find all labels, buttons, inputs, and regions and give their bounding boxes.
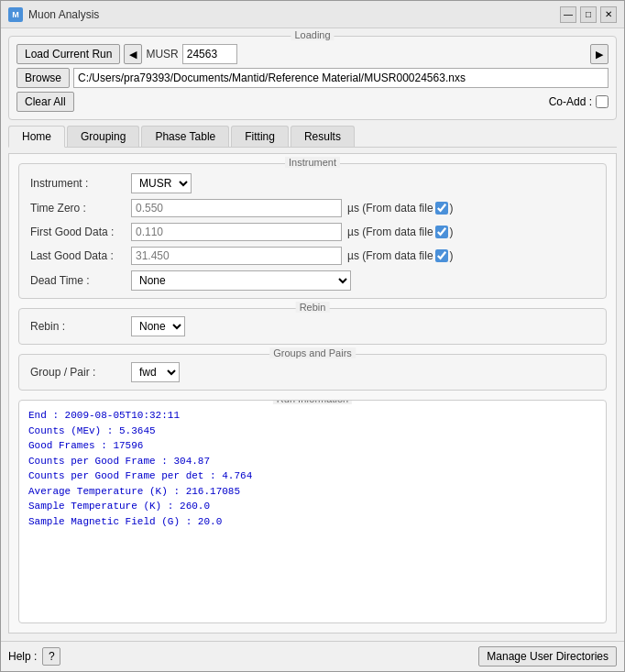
dead-time-row: Dead Time : None [30,270,595,291]
tabs-bar: Home Grouping Phase Table Fitting Result… [8,126,617,148]
instrument-select[interactable]: MUSR EMU HIFI [131,173,192,193]
loading-row2: Browse [16,68,609,88]
time-zero-suffix: µs (From data file ) [347,202,454,215]
instrument-section-label: Instrument [285,157,340,168]
window-controls: — □ ✕ [560,6,617,23]
group-pair-row: Group / Pair : fwd bwd [30,362,595,382]
first-good-row: First Good Data : µs (From data file ) [30,223,595,241]
maximize-button[interactable]: □ [580,6,597,23]
time-zero-row: Time Zero : µs (From data file ) [30,199,595,217]
coadd-checkbox[interactable] [596,95,609,108]
next-run-button[interactable]: ▶ [590,44,609,64]
run-info-section: Run Information End : 2009-08-05T10:32:1… [18,400,607,623]
last-good-checkbox[interactable] [435,249,448,262]
last-good-input[interactable] [131,247,342,265]
rebin-select[interactable]: None [131,316,185,336]
tab-phase-table[interactable]: Phase Table [141,126,229,147]
prev-run-button[interactable]: ◀ [124,44,142,64]
rebin-section-label: Rebin [296,302,330,313]
run-info-line: End : 2009-08-05T10:32:11 [28,408,597,424]
run-info-content[interactable]: End : 2009-08-05T10:32:11Counts (MEv) : … [23,404,602,619]
first-good-checkbox[interactable] [435,226,448,238]
help-section: Help : ? [8,647,60,666]
run-info-line: Sample Temperature (K) : 260.0 [28,499,597,514]
group-pair-select[interactable]: fwd bwd [131,362,180,382]
app-icon: M [8,7,23,22]
main-content-area: Instrument Instrument : MUSR EMU HIFI Ti… [8,153,617,633]
run-info-line: Average Temperature (K) : 216.17085 [28,484,597,500]
time-zero-checkbox[interactable] [435,202,448,215]
clear-all-button[interactable]: Clear All [16,92,74,112]
instrument-row: Instrument : MUSR EMU HIFI [30,173,595,193]
run-info-line: Counts per Good Frame per det : 4.764 [28,468,597,484]
manage-user-dirs-button[interactable]: Manage User Directories [478,646,617,666]
groups-section: Groups and Pairs Group / Pair : fwd bwd [18,354,607,391]
help-label: Help : [8,650,37,663]
first-good-suffix: µs (From data file ) [347,226,454,238]
minimize-button[interactable]: — [560,6,576,23]
help-button[interactable]: ? [42,647,60,666]
run-number-input[interactable] [182,44,237,64]
tab-fitting[interactable]: Fitting [231,126,289,147]
footer: Help : ? Manage User Directories [1,641,624,671]
run-info-line: Good Frames : 17596 [28,438,597,454]
instrument-section: Instrument Instrument : MUSR EMU HIFI Ti… [18,163,607,299]
last-good-label: Last Good Data : [30,249,131,262]
run-info-line: Counts (MEv) : 5.3645 [28,424,597,439]
tab-grouping[interactable]: Grouping [67,126,139,147]
main-window: M Muon Analysis — □ ✕ Loading Load Curre… [0,0,625,672]
time-zero-label: Time Zero : [30,202,131,215]
first-good-label: First Good Data : [30,226,131,238]
content-area: Loading Load Current Run ◀ MUSR ▶ Browse… [1,28,624,641]
run-info-line: Sample Magnetic Field (G) : 20.0 [28,514,597,530]
rebin-row: Rebin : None [30,316,595,336]
first-good-input[interactable] [131,223,342,241]
run-info-section-label: Run Information [273,400,352,404]
last-good-suffix: µs (From data file ) [347,249,454,262]
load-current-run-button[interactable]: Load Current Run [16,44,120,64]
tab-results[interactable]: Results [291,126,355,147]
browse-button[interactable]: Browse [16,68,70,88]
coadd-section: Co-Add : [549,95,609,108]
time-zero-input[interactable] [131,199,342,217]
group-pair-label: Group / Pair : [30,366,131,379]
title-bar: M Muon Analysis — □ ✕ [1,1,624,28]
loading-row3: Clear All Co-Add : [16,92,609,112]
rebin-label: Rebin : [30,320,131,333]
loading-section-label: Loading [291,29,334,40]
last-good-row: Last Good Data : µs (From data file ) [30,247,595,265]
run-info-line: Counts per Good Frame : 304.87 [28,454,597,469]
coadd-label: Co-Add : [549,95,592,108]
window-title: Muon Analysis [28,8,554,21]
groups-section-label: Groups and Pairs [269,347,356,358]
dead-time-select[interactable]: None [131,270,351,291]
file-path-input[interactable] [73,68,609,88]
rebin-section: Rebin Rebin : None [18,308,607,345]
loading-section: Loading Load Current Run ◀ MUSR ▶ Browse… [8,36,617,120]
instrument-label: Instrument : [30,177,131,190]
close-button[interactable]: ✕ [600,6,617,23]
musr-label: MUSR [146,48,178,61]
tab-home[interactable]: Home [8,126,65,148]
dead-time-label: Dead Time : [30,274,131,287]
loading-row1: Load Current Run ◀ MUSR ▶ [16,44,609,64]
